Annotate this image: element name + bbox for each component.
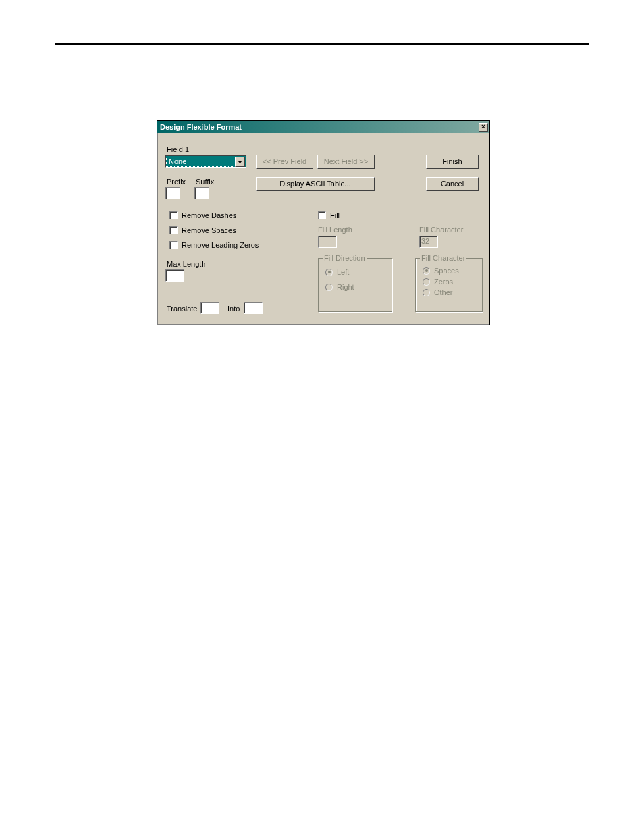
remove-leading-zeros-label: Remove Leading Zeros (182, 241, 259, 249)
max-length-input[interactable] (165, 269, 184, 282)
fill-char-other-label: Other (434, 288, 453, 296)
fill-character-value-label: Fill Character (419, 226, 463, 234)
fill-character-value-input[interactable]: 32 (419, 236, 438, 248)
dialog-title: Design Flexible Format (160, 123, 242, 131)
suffix-label: Suffix (196, 178, 214, 186)
prev-field-button[interactable]: << Prev Field (256, 155, 313, 169)
prefix-label: Prefix (167, 178, 186, 186)
next-field-button[interactable]: Next Field >> (317, 155, 375, 169)
translate-input[interactable] (200, 302, 219, 314)
fill-character-group-title: Fill Character (420, 254, 466, 262)
into-label: Into (227, 305, 240, 313)
fill-direction-left-label: Left (337, 268, 349, 276)
display-ascii-table-button[interactable]: Display ASCII Table... (256, 177, 375, 191)
radio-icon (423, 278, 430, 286)
checkbox-icon (169, 211, 178, 219)
max-length-label: Max Length (167, 260, 205, 268)
remove-dashes-checkbox[interactable]: Remove Dashes (169, 211, 236, 219)
cancel-button[interactable]: Cancel (426, 177, 479, 191)
titlebar: Design Flexible Format × (157, 121, 489, 133)
prefix-input[interactable] (165, 187, 180, 199)
fill-char-zeros-label: Zeros (434, 278, 453, 286)
fill-direction-group-title: Fill Direction (323, 254, 367, 262)
remove-leading-zeros-checkbox[interactable]: Remove Leading Zeros (169, 241, 259, 249)
into-input[interactable] (244, 302, 263, 314)
translate-label: Translate (167, 305, 197, 313)
remove-dashes-label: Remove Dashes (182, 211, 236, 219)
checkbox-icon (318, 211, 326, 219)
fill-direction-group: Fill Direction Left Right (318, 258, 392, 312)
remove-spaces-label: Remove Spaces (182, 226, 236, 234)
radio-icon (325, 284, 333, 291)
suffix-input[interactable] (194, 187, 209, 199)
field-type-value: None (166, 157, 234, 167)
close-icon: × (481, 123, 485, 130)
dialog-body: Field 1 None << Prev Field Next Field >>… (157, 133, 489, 325)
svg-marker-0 (238, 161, 242, 163)
checkbox-icon (169, 241, 178, 249)
fill-direction-right-radio[interactable]: Right (325, 283, 392, 291)
fill-direction-right-label: Right (337, 283, 354, 291)
horizontal-rule (55, 43, 589, 45)
field-number-label: Field 1 (167, 145, 189, 153)
fill-char-spaces-label: Spaces (434, 267, 459, 275)
fill-char-other-radio[interactable]: Other (423, 288, 482, 296)
chevron-down-icon (235, 157, 245, 167)
fill-checkbox[interactable]: Fill (318, 211, 340, 219)
fill-length-label: Fill Length (318, 226, 352, 234)
design-flexible-format-dialog: Design Flexible Format × Field 1 None <<… (157, 120, 490, 325)
fill-label: Fill (330, 211, 340, 219)
radio-icon (423, 267, 430, 275)
finish-button[interactable]: Finish (426, 155, 479, 169)
remove-spaces-checkbox[interactable]: Remove Spaces (169, 226, 236, 234)
fill-character-group: Fill Character Spaces Zeros Other (415, 258, 483, 312)
radio-icon (423, 289, 430, 296)
close-button[interactable]: × (479, 123, 488, 132)
radio-icon (325, 269, 333, 276)
fill-direction-left-radio[interactable]: Left (325, 268, 392, 276)
field-type-dropdown[interactable]: None (165, 155, 246, 168)
fill-char-zeros-radio[interactable]: Zeros (423, 278, 482, 286)
fill-char-spaces-radio[interactable]: Spaces (423, 267, 482, 275)
fill-length-input[interactable] (318, 236, 337, 248)
checkbox-icon (169, 226, 178, 234)
